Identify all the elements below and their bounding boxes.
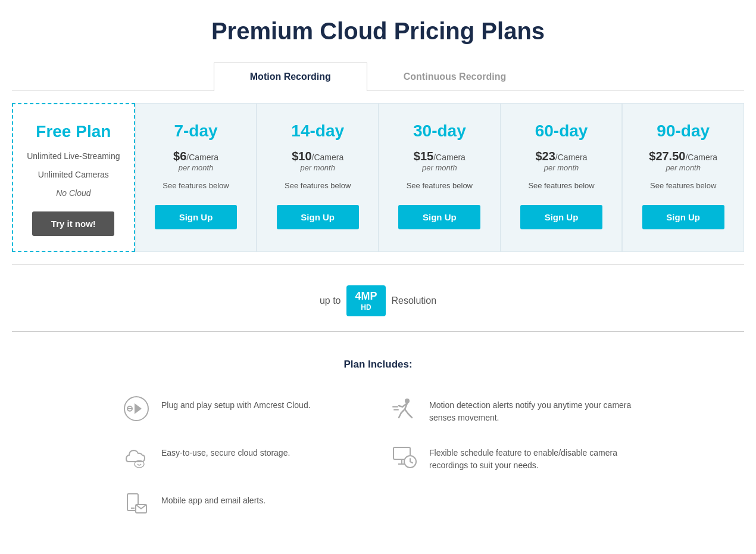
plan-card-7day: 7-day $6/Camera per month See features b… (135, 103, 257, 252)
tabs-container: Motion Recording Continuous Recording (12, 63, 744, 91)
feature-text-motion-detect: Motion detection alerts notify you anyti… (429, 394, 634, 424)
per-camera-30day: /Camera (433, 152, 466, 162)
resolution-badge-sub: HD (355, 303, 377, 312)
tab-continuous-recording[interactable]: Continuous Recording (367, 63, 542, 91)
feature-text-schedule: Flexible schedule feature to enable/disa… (429, 442, 634, 472)
svg-line-6 (401, 409, 405, 413)
per-camera-7day: /Camera (186, 152, 218, 162)
plan-price-14day: $10/Camera per month (266, 150, 369, 172)
feature-text-plug-play: Plug and play setup with Amcrest Cloud. (161, 394, 311, 412)
svg-line-11 (399, 406, 402, 407)
price-value-60day: 23 (542, 150, 555, 163)
plan-desc-livestream: Unlimited Live-Streaming (22, 150, 125, 163)
svg-line-8 (405, 409, 408, 414)
resolution-badge: 4MP HD (346, 285, 385, 316)
plan-card-14day: 14-day $10/Camera per month See features… (257, 103, 379, 252)
resolution-badge-main: 4MP (355, 290, 377, 302)
features-link-90day: See features below (632, 181, 735, 190)
per-camera-60day: /Camera (555, 152, 588, 162)
page-title: Premium Cloud Pricing Plans (12, 18, 744, 45)
price-symbol-60day: $ (535, 150, 542, 163)
try-it-now-button[interactable]: Try it now! (32, 211, 114, 236)
features-divider (12, 331, 744, 332)
features-title: Plan Includes: (12, 359, 744, 371)
feature-text-cloud-storage: Easy-to-use, secure cloud storage. (161, 442, 290, 459)
plan-price-30day: $15/Camera per month (388, 150, 491, 172)
plan-desc-nocloud: No Cloud (22, 187, 125, 200)
features-link-60day: See features below (510, 181, 613, 190)
plan-price-90day: $27.50/Camera per month (632, 150, 735, 172)
per-month-90day: per month (632, 163, 735, 172)
price-symbol-30day: $ (414, 150, 420, 163)
features-link-7day: See features below (145, 181, 248, 190)
features-section: Plan Includes: Plug and play setup with … (12, 341, 744, 527)
price-value-30day: 15 (420, 150, 433, 163)
resolution-prefix: up to (320, 295, 341, 306)
mobile-email-icon (122, 490, 151, 518)
feature-item-plug-play: Plug and play setup with Amcrest Cloud. (110, 385, 378, 433)
plan-name-30day: 30-day (388, 122, 491, 141)
per-month-60day: per month (510, 163, 613, 172)
per-camera-90day: /Camera (685, 152, 717, 162)
features-link-14day: See features below (266, 181, 369, 190)
plan-name-free: Free Plan (22, 122, 125, 141)
per-camera-14day: /Camera (312, 152, 344, 162)
plan-name-60day: 60-day (510, 122, 613, 141)
price-symbol-14day: $ (292, 150, 298, 163)
motion-detect-icon (390, 394, 418, 423)
resolution-suffix: Resolution (392, 295, 437, 306)
plan-name-90day: 90-day (632, 122, 735, 141)
price-value-90day: 27.50 (655, 150, 685, 163)
plans-divider (12, 264, 744, 264)
feature-text-mobile-email: Mobile app and email alerts. (161, 490, 265, 507)
price-symbol-90day: $ (649, 150, 655, 163)
signup-button-30day[interactable]: Sign Up (398, 205, 480, 229)
plan-desc-cameras: Unlimited Cameras (22, 169, 125, 181)
per-month-7day: per month (145, 163, 248, 172)
cloud-storage-icon (122, 442, 151, 471)
feature-item-cloud-storage: Easy-to-use, secure cloud storage. (110, 433, 378, 481)
plan-name-7day: 7-day (145, 122, 248, 141)
plan-card-60day: 60-day $23/Camera per month See features… (501, 103, 623, 252)
feature-item-motion-detect: Motion detection alerts notify you anyti… (378, 385, 646, 433)
plans-grid: Free Plan Unlimited Live-Streaming Unlim… (12, 103, 744, 252)
signup-button-90day[interactable]: Sign Up (642, 205, 724, 229)
price-symbol-7day: $ (173, 150, 180, 163)
signup-button-7day[interactable]: Sign Up (155, 205, 237, 229)
plan-card-free: Free Plan Unlimited Live-Streaming Unlim… (12, 103, 135, 252)
resolution-section: up to 4MP HD Resolution (12, 273, 744, 322)
per-month-30day: per month (388, 163, 491, 172)
per-month-14day: per month (266, 163, 369, 172)
price-value-7day: 6 (180, 150, 186, 163)
features-link-30day: See features below (388, 181, 491, 190)
svg-marker-1 (135, 403, 142, 414)
schedule-icon (390, 442, 418, 471)
plan-price-60day: $23/Camera per month (510, 150, 613, 172)
plug-play-icon (122, 394, 151, 423)
svg-line-7 (399, 413, 401, 418)
plan-card-90day: 90-day $27.50/Camera per month See featu… (622, 103, 744, 252)
page-wrapper: Premium Cloud Pricing Plans Motion Recor… (0, 0, 756, 551)
svg-line-9 (408, 414, 412, 418)
plan-price-7day: $6/Camera per month (145, 150, 248, 172)
feature-item-schedule: Flexible schedule feature to enable/disa… (378, 433, 646, 481)
price-value-14day: 10 (298, 150, 311, 163)
plan-name-14day: 14-day (266, 122, 369, 141)
tab-motion-recording[interactable]: Motion Recording (214, 63, 367, 91)
signup-button-60day[interactable]: Sign Up (520, 205, 602, 229)
feature-item-mobile-email: Mobile app and email alerts. (110, 481, 378, 527)
signup-button-14day[interactable]: Sign Up (277, 205, 359, 229)
plan-card-30day: 30-day $15/Camera per month See features… (379, 103, 501, 252)
features-grid: Plug and play setup with Amcrest Cloud. (110, 385, 646, 527)
